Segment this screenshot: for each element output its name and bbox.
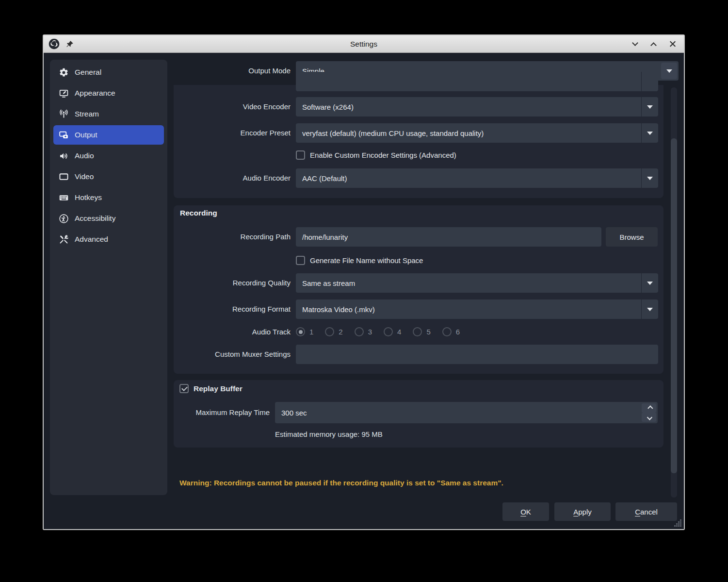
no-space-checkbox[interactable]: Generate File Name without Space	[296, 256, 423, 265]
obs-logo-icon	[49, 38, 60, 50]
output-camera-icon	[59, 130, 69, 140]
chevron-down-icon	[661, 63, 677, 79]
recording-quality-select[interactable]: Same as stream	[296, 273, 658, 293]
sidebar-item-label: Stream	[75, 110, 99, 118]
sidebar-item-appearance[interactable]: Appearance	[53, 83, 164, 103]
audio-track-radio-5: 5	[413, 327, 430, 336]
chevron-down-icon	[641, 273, 658, 293]
audio-track-label: Audio Track	[174, 322, 291, 342]
no-space-checkbox-label: Generate File Name without Space	[310, 256, 423, 265]
audio-track-radio-1: 1	[296, 327, 313, 336]
audio-track-radio-2: 2	[325, 327, 342, 336]
settings-scroll-area: Video Encoder Software (x264) Encoder Pr…	[174, 85, 663, 476]
replay-buffer-group: Replay Buffer Maximum Replay Time Estima…	[174, 380, 663, 448]
checkbox-unchecked-icon	[296, 150, 305, 160]
tools-icon	[59, 234, 69, 245]
minimize-button[interactable]	[631, 40, 640, 49]
sidebar-item-output[interactable]: Output	[53, 125, 164, 145]
maximize-button[interactable]	[650, 40, 659, 49]
chevron-down-icon	[641, 168, 658, 188]
muxer-settings-input[interactable]	[296, 345, 658, 364]
settings-window: Settings General Appearance	[43, 34, 685, 530]
chevron-down-icon	[641, 97, 658, 116]
chevron-down-icon	[647, 415, 652, 420]
clipped-combo[interactable]	[296, 72, 658, 91]
apply-button-label: Apply	[573, 508, 592, 516]
recording-format-label: Recording Format	[174, 299, 291, 319]
chevron-down-icon	[641, 123, 658, 143]
encoder-preset-label: Encoder Preset	[174, 123, 291, 143]
chevron-up-icon	[650, 42, 657, 49]
sidebar-item-general[interactable]: General	[53, 63, 164, 82]
audio-track-radio-4: 4	[384, 327, 401, 336]
custom-encoder-checkbox[interactable]: Enable Custom Encoder Settings (Advanced…	[296, 150, 456, 160]
replay-buffer-checkbox[interactable]: Replay Buffer	[179, 384, 243, 393]
recording-quality-label: Recording Quality	[174, 273, 291, 293]
chevron-up-icon	[647, 405, 653, 411]
cancel-button-label: Cancel	[635, 508, 658, 516]
muxer-settings-field[interactable]	[296, 345, 658, 364]
custom-encoder-checkbox-label: Enable Custom Encoder Settings (Advanced…	[310, 151, 456, 159]
video-encoder-label: Video Encoder	[174, 97, 291, 116]
recording-format-value: Matroska Video (.mkv)	[296, 305, 375, 314]
recording-path-input[interactable]	[296, 227, 601, 247]
scrollbar-track[interactable]	[671, 87, 677, 498]
radio-icon	[384, 327, 393, 336]
sidebar-item-label: Output	[75, 131, 97, 139]
video-encoder-value: Software (x264)	[296, 103, 354, 111]
titlebar[interactable]: Settings	[44, 35, 684, 53]
sidebar-item-label: Audio	[75, 151, 94, 160]
recording-group: Recording Recording Path Browse Generate…	[174, 205, 663, 374]
sidebar-item-label: General	[75, 68, 101, 77]
radio-icon	[325, 327, 334, 336]
encoder-preset-select[interactable]: veryfast (default) (medium CPU usage, st…	[296, 123, 658, 143]
recording-format-select[interactable]: Matroska Video (.mkv)	[296, 299, 658, 319]
settings-content: General Appearance Stream Output	[44, 53, 684, 529]
sidebar-item-stream[interactable]: Stream	[53, 104, 164, 124]
audio-track-radio-3: 3	[355, 327, 372, 336]
sidebar-item-accessibility[interactable]: Accessibility	[53, 209, 164, 228]
resize-grip-icon[interactable]	[674, 519, 682, 527]
muxer-settings-label: Custom Muxer Settings	[174, 345, 291, 364]
stream-antenna-icon	[59, 109, 69, 119]
recording-path-field[interactable]	[296, 227, 601, 247]
sidebar: General Appearance Stream Output	[50, 60, 167, 495]
cancel-button[interactable]: Cancel	[615, 502, 677, 521]
audio-encoder-select[interactable]: AAC (Default)	[296, 168, 658, 188]
browse-button[interactable]: Browse	[606, 227, 658, 247]
sidebar-item-audio[interactable]: Audio	[53, 146, 164, 166]
output-mode-label: Output Mode	[189, 61, 291, 81]
recording-quality-value: Same as stream	[296, 279, 355, 287]
speaker-icon	[59, 151, 69, 161]
video-encoder-select[interactable]: Software (x264)	[296, 97, 658, 116]
encoder-group: Video Encoder Software (x264) Encoder Pr…	[174, 85, 663, 198]
window-title: Settings	[44, 40, 684, 49]
sidebar-item-label: Appearance	[75, 89, 115, 98]
sidebar-item-label: Hotkeys	[75, 193, 102, 202]
apply-button[interactable]: Apply	[554, 502, 611, 521]
recording-group-title: Recording	[180, 209, 217, 217]
scrollbar-thumb[interactable]	[671, 138, 677, 473]
sidebar-item-label: Video	[75, 172, 94, 181]
spin-up-button[interactable]	[642, 403, 656, 413]
sidebar-item-label: Accessibility	[75, 214, 115, 223]
close-button[interactable]	[668, 40, 677, 49]
spin-down-button[interactable]	[642, 413, 656, 422]
radio-icon	[442, 327, 452, 336]
replay-buffer-title: Replay Buffer	[194, 384, 243, 393]
gear-icon	[59, 67, 69, 78]
sidebar-item-hotkeys[interactable]: Hotkeys	[53, 188, 164, 207]
radio-icon	[355, 327, 364, 336]
max-replay-time-input[interactable]	[275, 402, 638, 423]
max-replay-time-label: Maximum Replay Time	[174, 403, 270, 422]
max-replay-time-spinbox[interactable]	[275, 402, 658, 423]
radio-selected-icon	[296, 327, 305, 336]
encoder-preset-value: veryfast (default) (medium CPU usage, st…	[296, 129, 484, 137]
monitor-icon	[59, 172, 69, 182]
chevron-down-icon	[641, 72, 658, 91]
ok-button[interactable]: OK	[502, 502, 549, 521]
appearance-icon	[59, 88, 69, 99]
sidebar-item-advanced[interactable]: Advanced	[53, 230, 164, 249]
sidebar-item-video[interactable]: Video	[53, 167, 164, 186]
pin-icon[interactable]	[65, 40, 74, 49]
